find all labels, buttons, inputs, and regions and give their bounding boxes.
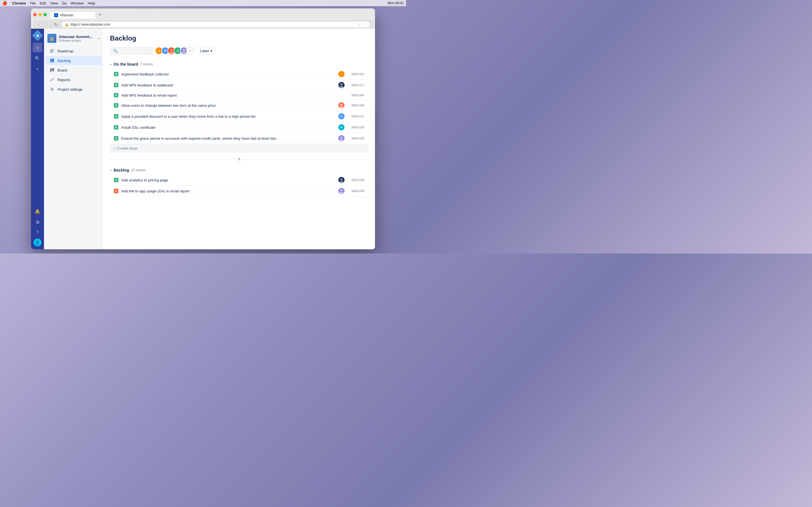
go-menu[interactable]: Go [62,1,66,5]
project-name: Atlassian Summit... [59,35,96,39]
tab-title: Atlassian [60,13,73,17]
rail-profile-icon[interactable]: 👤 [34,238,42,246]
rail-add-icon[interactable]: + [33,64,42,74]
back-button[interactable]: ‹ [36,21,42,27]
label-dropdown[interactable]: Label ▾ [197,47,215,55]
rail-help-icon[interactable]: ? [33,228,42,237]
rail-apps-icon[interactable]: ⊞ [33,217,42,227]
svg-rect-6 [50,68,51,72]
sidebar-item-backlog[interactable]: Backlog [46,56,101,65]
settings-icon [50,87,55,92]
search-icon: 🔍 [113,49,117,53]
rail-notifications-icon[interactable]: 🔔 [33,207,42,216]
issue-avatar [338,82,345,88]
section-backlog: ▾ Backlog 22 issues S Add analytics to p… [110,166,368,196]
bookmark-icon[interactable]: ☆ [358,22,361,26]
issue-type-story-icon: S [114,125,118,129]
new-tab-button[interactable]: + [96,11,104,18]
issue-id: SMS-039 [347,136,364,140]
search-input[interactable] [119,49,149,53]
table-row[interactable]: S Allow users to change between two tier… [110,100,368,111]
rail-home-icon[interactable]: ◆ [32,30,43,41]
forward-button[interactable]: › [45,21,51,27]
project-type: Software project [59,39,96,42]
rail-star-icon[interactable]: ☆ [33,43,42,52]
issue-avatar: H [338,124,345,130]
add-avatar-button[interactable]: + [186,47,194,55]
issue-avatar [338,102,345,108]
reload-button[interactable]: ↻ [53,21,59,27]
issue-type-story-icon: S [114,72,118,76]
help-menu[interactable]: Help [88,1,95,5]
issue-id: SMS-035 [347,126,364,129]
sidebar-item-board[interactable]: Board [46,66,101,75]
divider-icon[interactable]: ⇅ [235,155,243,163]
svg-text:J: J [158,49,160,52]
backlog-icon [50,58,55,63]
issue-id: SMS-001 [347,72,364,76]
table-row[interactable]: S Add analytics to pricing page SMS-039 [110,175,368,186]
sidebar: 🤖 Atlassian Summit... Software project ▾ [44,29,103,249]
issue-type-story-icon: S [114,93,118,98]
section-on-the-board: ▾ On the board 7 issues S Implement feed… [110,60,368,163]
view-menu[interactable]: View [50,1,58,5]
more-icon[interactable]: ⋮ [363,22,366,26]
sidebar-item-project-settings[interactable]: Project settings [46,85,101,94]
issue-avatar [338,188,345,194]
svg-point-23 [341,104,343,106]
table-row[interactable]: S Add NPS feedback to wallboard SMS-011 [110,80,368,91]
issue-type-bug-icon: B [114,189,118,193]
issue-title: Add analytics to pricing page [121,178,336,182]
close-button[interactable] [33,13,37,16]
board-label: Board [57,68,67,72]
table-row[interactable]: S Extend the grace period to accounts wi… [110,133,368,144]
divider-line-right [246,159,368,159]
table-row[interactable]: S Apply a prorated discount to a user wh… [110,111,368,122]
minimize-button[interactable] [38,13,42,16]
issue-type-story-icon: S [114,178,118,182]
svg-point-25 [341,137,343,139]
create-issue-button[interactable]: + Create issue [110,144,368,153]
project-header[interactable]: 🤖 Atlassian Summit... Software project ▾ [44,32,103,46]
table-row[interactable]: S Install SSL certificate H SMS-035 [110,122,368,133]
tab-bar: A Atlassian + [50,11,104,18]
svg-rect-7 [52,68,53,71]
rail-search-icon[interactable]: 🔍 [33,54,42,63]
nav-rail: ◆ ☆ 🔍 + 🔔 ⊞ ? 👤 [31,29,44,249]
backlog-label: Backlog [57,59,70,63]
project-settings-label: Project settings [57,87,83,92]
apple-menu[interactable]: 🍎 [2,1,7,5]
url-bar[interactable]: 🔒 https:// www.atlassian.com ☆ ⋮ [61,22,370,27]
avatar-group: J H J + [155,47,194,55]
search-box[interactable]: 🔍 [110,47,152,55]
backlog-issue-list: S Add analytics to pricing page SMS-039 … [110,175,368,196]
divider-line-left [110,159,233,159]
svg-point-27 [341,179,343,180]
board-icon [50,68,55,73]
issue-type-story-icon: S [114,83,118,87]
issue-title: Apply a prorated discount to a user when… [121,114,336,119]
section-backlog-chevron-icon: ▾ [110,169,111,172]
issue-id: SMS-008 [347,104,364,107]
issue-id: SMS-035 [347,189,364,193]
section-header-on-the-board[interactable]: ▾ On the board 7 issues [110,60,368,69]
maximize-button[interactable] [43,13,47,16]
sidebar-item-reports[interactable]: Reports [46,75,101,84]
table-row[interactable]: S Add NPS feedback to email report SMS-0… [110,91,368,100]
svg-point-19 [183,49,185,51]
sidebar-item-roadmap[interactable]: Roadmap [46,47,101,55]
window-menu[interactable]: Window [71,1,84,5]
table-row[interactable]: B Add link to app usage (GA) in email re… [110,186,368,196]
chrome-menu[interactable]: Chrome [12,1,26,5]
svg-point-15 [170,49,172,51]
issue-title: Allow users to change between two tiers … [121,103,336,108]
table-row[interactable]: S Implement feedback collector J SMS-001 [110,69,368,80]
file-menu[interactable]: File [30,1,36,5]
section-header-backlog[interactable]: ▾ Backlog 22 issues [110,166,368,175]
edit-menu[interactable]: Edit [40,1,46,5]
svg-rect-5 [50,62,54,62]
reports-icon [50,77,55,82]
svg-rect-0 [50,50,54,50]
reports-label: Reports [57,78,70,82]
active-tab[interactable]: A Atlassian [50,12,95,18]
